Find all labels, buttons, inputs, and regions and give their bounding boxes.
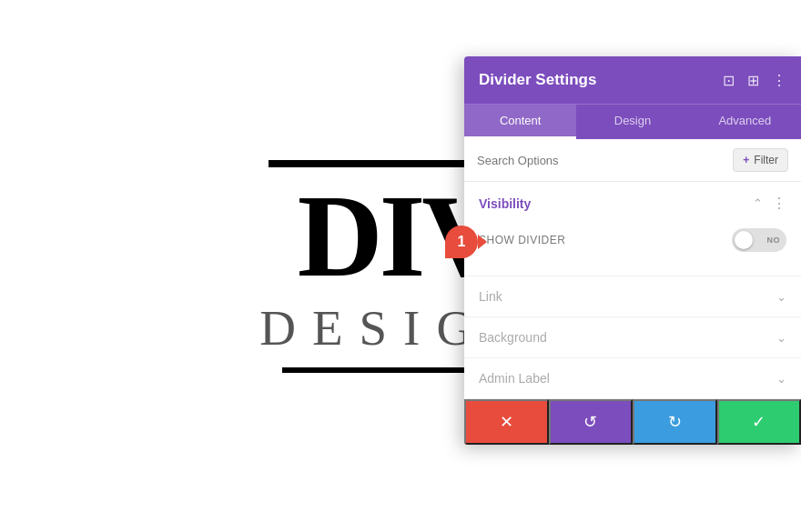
section-visibility: Visibility ⌃ ⋮ Show Divider NO bbox=[464, 182, 801, 276]
section-admin-label-controls: ⌄ bbox=[776, 372, 786, 386]
section-background-controls: ⌄ bbox=[776, 331, 786, 345]
cancel-button[interactable]: ✕ bbox=[464, 399, 549, 445]
show-divider-label: Show Divider bbox=[479, 234, 565, 246]
filter-plus-icon: + bbox=[743, 154, 749, 166]
chevron-down-background-icon: ⌄ bbox=[776, 331, 786, 345]
tab-advanced[interactable]: Advanced bbox=[689, 105, 801, 139]
search-input[interactable] bbox=[477, 154, 733, 167]
cancel-icon: ✕ bbox=[500, 412, 513, 432]
show-divider-row: Show Divider NO bbox=[479, 228, 786, 252]
chevron-up-icon: ⌃ bbox=[753, 196, 763, 210]
section-admin-label: Admin Label ⌄ bbox=[464, 358, 801, 399]
badge-number: 1 bbox=[458, 234, 466, 250]
panel-tabs: Content Design Advanced bbox=[464, 104, 801, 139]
undo-button[interactable]: ↺ bbox=[549, 399, 634, 445]
section-visibility-title: Visibility bbox=[479, 196, 531, 211]
tab-content[interactable]: Content bbox=[464, 105, 576, 139]
panel-body: Visibility ⌃ ⋮ Show Divider NO Link bbox=[464, 182, 801, 399]
filter-label: Filter bbox=[754, 154, 778, 166]
chevron-down-admin-icon: ⌄ bbox=[776, 372, 786, 386]
toggle-knob bbox=[735, 231, 753, 249]
panel-title: Divider Settings bbox=[479, 71, 596, 89]
panel-footer: ✕ ↺ ↻ ✓ bbox=[464, 399, 801, 445]
section-background: Background ⌄ bbox=[464, 317, 801, 358]
section-admin-label-title: Admin Label bbox=[479, 371, 550, 386]
expand-icon[interactable]: ⊡ bbox=[723, 72, 735, 89]
toggle-no-label: NO bbox=[767, 236, 781, 245]
section-link: Link ⌄ bbox=[464, 276, 801, 317]
section-link-controls: ⌄ bbox=[776, 290, 786, 304]
redo-icon: ↻ bbox=[668, 412, 682, 432]
section-link-title: Link bbox=[479, 289, 502, 304]
panel-search: + Filter bbox=[464, 139, 801, 182]
section-visibility-controls: ⌃ ⋮ bbox=[753, 195, 786, 212]
section-visibility-content: Show Divider NO bbox=[464, 225, 801, 276]
more-icon[interactable]: ⋮ bbox=[772, 72, 786, 89]
section-background-header[interactable]: Background ⌄ bbox=[464, 317, 801, 357]
section-visibility-more-icon[interactable]: ⋮ bbox=[772, 195, 786, 212]
show-divider-toggle[interactable]: NO bbox=[732, 228, 786, 252]
filter-button[interactable]: + Filter bbox=[733, 148, 788, 172]
redo-button[interactable]: ↻ bbox=[633, 399, 717, 445]
notification-badge: 1 bbox=[445, 226, 478, 258]
settings-panel: Divider Settings ⊡ ⊞ ⋮ Content Design Ad… bbox=[464, 56, 801, 445]
section-admin-label-header[interactable]: Admin Label ⌄ bbox=[464, 358, 801, 398]
panel-header-icons: ⊡ ⊞ ⋮ bbox=[723, 72, 786, 89]
chevron-down-link-icon: ⌄ bbox=[776, 290, 786, 304]
section-background-title: Background bbox=[479, 330, 547, 345]
undo-icon: ↺ bbox=[583, 412, 597, 432]
save-button[interactable]: ✓ bbox=[717, 399, 802, 445]
section-visibility-header[interactable]: Visibility ⌃ ⋮ bbox=[464, 182, 801, 225]
columns-icon[interactable]: ⊞ bbox=[747, 72, 759, 89]
tab-design[interactable]: Design bbox=[576, 105, 688, 139]
section-link-header[interactable]: Link ⌄ bbox=[464, 276, 801, 316]
panel-header: Divider Settings ⊡ ⊞ ⋮ bbox=[464, 56, 801, 104]
save-icon: ✓ bbox=[752, 412, 766, 432]
